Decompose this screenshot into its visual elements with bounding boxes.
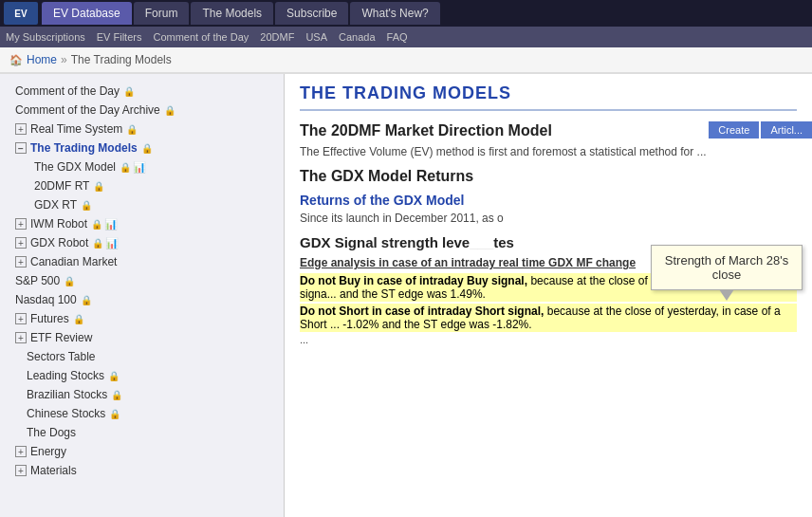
section1-text: The Effective Volume (EV) method is firs… — [300, 145, 797, 158]
sidebar-item-comment-of-the-day-archive[interactable]: Comment of the Day Archive 🔒 — [0, 101, 284, 120]
expand-icon-etf: + — [15, 332, 27, 343]
sidebar-item-materials[interactable]: + Materials — [0, 461, 284, 480]
expand-icon-energy: + — [15, 446, 27, 457]
lock-icon-12: 🔒 — [73, 314, 84, 324]
link-ev-filters[interactable]: EV Filters — [97, 31, 142, 43]
section2-text: Since its launch in December 2011, as o — [300, 212, 797, 225]
sidebar-item-energy[interactable]: + Energy — [0, 442, 284, 461]
tooltip-arrow — [719, 289, 734, 301]
signal-title-hidden: ___ — [470, 234, 493, 250]
gdx-rt-label: GDX RT — [34, 198, 77, 212]
breadcrumb-separator: » — [61, 53, 67, 66]
futures-label: Futures — [30, 312, 69, 325]
lock-icon-15: 🔒 — [108, 371, 120, 381]
expand-icon-iwm: + — [15, 218, 27, 230]
comment-archive-label: Comment of the Day Archive — [15, 103, 160, 117]
brazilian-stocks-label: Brazilian Stocks — [27, 388, 107, 401]
chinese-stocks-label: Chinese Stocks — [27, 407, 105, 420]
nav-tab-the-models[interactable]: The Models — [191, 2, 273, 25]
sidebar-item-futures[interactable]: + Futures 🔒 — [0, 309, 284, 328]
link-comment-of-the-day[interactable]: Comment of the Day — [153, 31, 249, 43]
highlight-buy-text: Do not Buy in case of intraday Buy signa… — [300, 274, 527, 287]
sidebar: Comment of the Day 🔒 Comment of the Day … — [0, 74, 285, 517]
nav-tab-whats-new[interactable]: What's New? — [350, 2, 439, 25]
link-canada[interactable]: Canada — [339, 31, 376, 43]
sp500-label: S&P 500 — [15, 274, 60, 287]
section2-title: The GDX Model Returns — [300, 168, 797, 185]
ev-logo[interactable]: EV — [4, 2, 38, 25]
page-title: THE TRADING MODELS — [300, 83, 797, 111]
nasdaq100-label: Nasdaq 100 — [15, 293, 77, 306]
tooltip-text: Strength of March 28's close — [665, 253, 788, 282]
breadcrumb-home-link[interactable]: Home — [27, 53, 57, 66]
sidebar-item-real-time-system[interactable]: + Real Time System 🔒 — [0, 120, 284, 138]
sidebar-item-the-gdx-model[interactable]: The GDX Model 🔒 📊 — [0, 157, 284, 176]
sidebar-item-leading-stocks[interactable]: Leading Stocks 🔒 — [0, 366, 284, 385]
breadcrumb-row: 🏠 Home » The Trading Models Create Artic… — [0, 47, 812, 74]
section2-subtitle: Returns of the GDX Model — [300, 193, 797, 208]
link-faq[interactable]: FAQ — [387, 31, 408, 43]
leading-stocks-label: Leading Stocks — [27, 369, 104, 382]
iwm-robot-icon: 📊 — [104, 218, 118, 231]
sidebar-item-chinese-stocks[interactable]: Chinese Stocks 🔒 — [0, 404, 284, 423]
second-navigation: My Subscriptions EV Filters Comment of t… — [0, 27, 812, 47]
sectors-table-label: Sectors Table — [27, 350, 96, 363]
sidebar-item-sectors-table[interactable]: Sectors Table — [0, 347, 284, 366]
highlight-short-text: Do not Short in case of intraday Short s… — [300, 305, 544, 318]
lock-icon-11: 🔒 — [81, 295, 92, 305]
home-icon: 🏠 — [9, 54, 23, 66]
etf-review-label: ETF Review — [30, 331, 92, 344]
lock-icon-8: 🔒 — [92, 238, 103, 249]
link-usa[interactable]: USA — [305, 31, 327, 43]
canadian-market-label: Canadian Market — [30, 255, 117, 268]
lock-icon-5: 🔒 — [93, 181, 104, 192]
expand-icon-materials: + — [15, 465, 27, 476]
sidebar-item-20dmf-rt[interactable]: 20DMF RT 🔒 — [0, 176, 284, 195]
expand-icon-can: + — [15, 256, 27, 268]
highlight-short-signal: Do not Short in case of intraday Short s… — [300, 304, 797, 332]
gdx-model-label: The GDX Model — [34, 160, 116, 174]
section3-dots: ... — [300, 334, 797, 345]
lock-icon-16: 🔒 — [111, 390, 122, 400]
lock-icon-10: 🔒 — [64, 276, 75, 286]
lock-icon-3: 🔒 — [141, 143, 153, 154]
sidebar-item-gdx-rt[interactable]: GDX RT 🔒 — [0, 195, 284, 214]
expand-icon-fut: + — [15, 313, 27, 324]
sidebar-item-gdx-robot[interactable]: + GDX Robot 🔒 📊 — [0, 233, 284, 252]
real-time-system-label: Real Time System — [30, 122, 122, 136]
sidebar-item-the-dogs[interactable]: The Dogs — [0, 423, 284, 442]
lock-icon-0: 🔒 — [123, 86, 135, 97]
breadcrumb: 🏠 Home » The Trading Models — [0, 47, 812, 73]
energy-label: Energy — [30, 445, 66, 458]
sidebar-item-the-trading-models[interactable]: − The Trading Models 🔒 — [0, 138, 284, 157]
sidebar-item-etf-review[interactable]: + ETF Review — [0, 328, 284, 347]
gdx-robot-icon: 📊 — [105, 237, 119, 249]
lock-icon-4: 🔒 — [120, 162, 131, 173]
materials-label: Materials — [30, 464, 77, 477]
nav-tab-forum[interactable]: Forum — [134, 2, 190, 25]
comment-of-the-day-label: Comment of the Day — [15, 84, 120, 98]
sidebar-item-iwm-robot[interactable]: + IWM Robot 🔒 📊 — [0, 214, 284, 233]
breadcrumb-current: The Trading Models — [71, 53, 172, 66]
section1-title: The 20DMF Market Direction Model — [300, 122, 797, 139]
expand-icon-rts: + — [15, 123, 27, 135]
expand-icon-ttm: − — [15, 142, 27, 154]
sidebar-item-canadian-market[interactable]: + Canadian Market — [0, 252, 284, 271]
sidebar-item-brazilian-stocks[interactable]: Brazilian Stocks 🔒 — [0, 385, 284, 404]
main-layout: Comment of the Day 🔒 Comment of the Day … — [0, 74, 812, 517]
content-area: THE TRADING MODELS The 20DMF Market Dire… — [285, 74, 812, 517]
lock-icon-17: 🔒 — [109, 409, 120, 419]
lock-icon-2: 🔒 — [126, 124, 138, 135]
sidebar-item-comment-of-the-day[interactable]: Comment of the Day 🔒 — [0, 82, 284, 101]
nav-tab-ev-database[interactable]: EV Database — [42, 2, 132, 25]
sidebar-item-nasdaq100[interactable]: Nasdaq 100 🔒 — [0, 290, 284, 309]
link-my-subscriptions[interactable]: My Subscriptions — [6, 31, 85, 43]
expand-icon-gdxr: + — [15, 237, 27, 249]
the-dogs-label: The Dogs — [27, 426, 76, 439]
sidebar-item-sp500[interactable]: S&P 500 🔒 — [0, 271, 284, 290]
nav-tab-subscribe[interactable]: Subscribe — [275, 2, 348, 25]
top-navigation: EV EV Database Forum The Models Subscrib… — [0, 0, 812, 27]
20dmf-rt-label: 20DMF RT — [34, 179, 89, 193]
link-20dmf[interactable]: 20DMF — [260, 31, 294, 43]
gdx-model-chart-icon: 📊 — [133, 161, 146, 174]
